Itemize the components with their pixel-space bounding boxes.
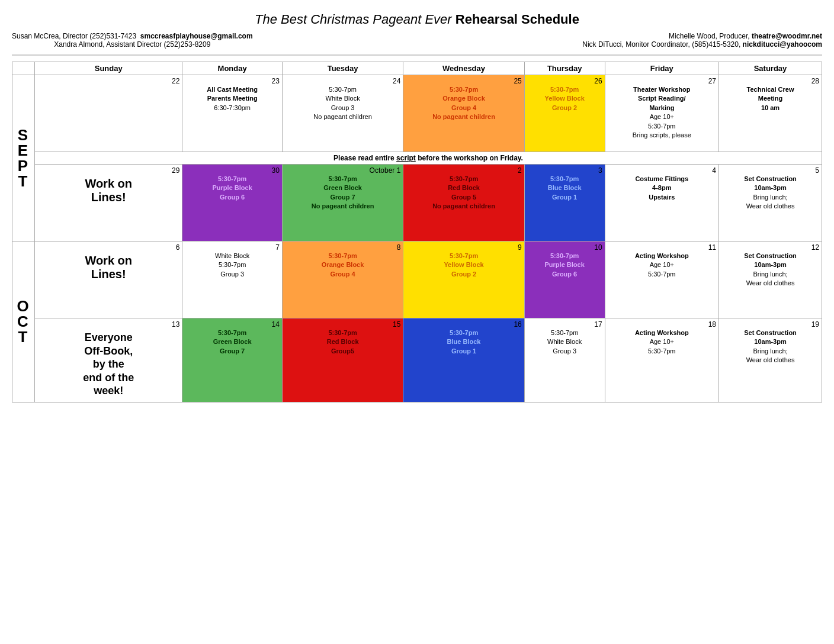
contacts-left: Susan McCrea, Director (252)531-7423 smc… bbox=[12, 32, 253, 49]
cell-sept-24: 24 5:30-7pmWhite BlockGroup 3No pageant … bbox=[282, 75, 403, 152]
contact-michelle: Michelle Wood, Producer, theatre@woodmr.… bbox=[582, 32, 822, 40]
oct-week1-row: OCT 6 Work onLines! 7 White Block5:30-7p… bbox=[12, 242, 822, 318]
cell-sept-26: 26 5:30-7pmYellow BlockGroup 2 bbox=[524, 75, 605, 152]
cell-oct-3: 3 5:30-7pmBlue BlockGroup 1 bbox=[524, 165, 605, 242]
header-friday: Friday bbox=[605, 62, 718, 75]
cell-oct-15: 15 5:30-7pmRed BlockGroup5 bbox=[282, 318, 403, 402]
sept-week1-row: SEPT 22 23 All Cast MeetingParents Meeti… bbox=[12, 75, 822, 152]
sept-week2-row: 29 Work onLines! 30 5:30-7pmPurple Block… bbox=[12, 165, 822, 242]
cell-oct-17: 17 5:30-7pmWhite BlockGroup 3 bbox=[524, 318, 605, 402]
cell-oct-9: 9 5:30-7pmYellow BlockGroup 2 bbox=[403, 242, 524, 318]
cell-sept-30: 30 5:30-7pmPurple BlockGroup 6 bbox=[182, 165, 282, 242]
header-tuesday: Tuesday bbox=[282, 62, 403, 75]
header-thursday: Thursday bbox=[524, 62, 605, 75]
oct-week2-row: 13 EveryoneOff-Book,by theend of theweek… bbox=[12, 318, 822, 402]
page-title: The Best Christmas Pageant Ever Rehearsa… bbox=[12, 12, 822, 27]
cell-oct-4: 4 Costume Fittings4-8pmUpstairs bbox=[605, 165, 718, 242]
contacts-right: Michelle Wood, Producer, theatre@woodmr.… bbox=[582, 32, 822, 49]
cell-oct-8: 8 5:30-7pmOrange BlockGroup 4 bbox=[282, 242, 403, 318]
cell-oct-2: 2 5:30-7pmRed BlockGroup 5No pageant chi… bbox=[403, 165, 524, 242]
day-headers-row: Sunday Monday Tuesday Wednesday Thursday… bbox=[12, 62, 822, 75]
title-italic: The Best Christmas Pageant Ever bbox=[255, 12, 452, 27]
header-wednesday: Wednesday bbox=[403, 62, 524, 75]
header-monday: Monday bbox=[182, 62, 282, 75]
cell-sept-25: 25 5:30-7pmOrange BlockGroup 4No pageant… bbox=[403, 75, 524, 152]
contact-xandra: Xandra Almond, Assistant Director (252)2… bbox=[12, 40, 253, 49]
header-sunday: Sunday bbox=[35, 62, 182, 75]
cell-oct-6: 6 Work onLines! bbox=[35, 242, 182, 318]
page-header: The Best Christmas Pageant Ever Rehearsa… bbox=[12, 12, 822, 56]
cell-sept-22: 22 bbox=[35, 75, 182, 152]
cell-sept-27: 27 Theater WorkshopScript Reading/Markin… bbox=[605, 75, 718, 152]
cell-oct-7: 7 White Block5:30-7pmGroup 3 bbox=[182, 242, 282, 318]
contact-susan: Susan McCrea, Director (252)531-7423 smc… bbox=[12, 32, 253, 40]
cell-oct-16: 16 5:30-7pmBlue BlockGroup 1 bbox=[403, 318, 524, 402]
calendar-table: Sunday Monday Tuesday Wednesday Thursday… bbox=[12, 62, 822, 402]
contact-nick: Nick DiTucci, Monitor Coordinator, (585)… bbox=[582, 40, 822, 49]
cell-oct-13: 13 EveryoneOff-Book,by theend of theweek… bbox=[35, 318, 182, 402]
cell-oct-14: 14 5:30-7pmGreen BlockGroup 7 bbox=[182, 318, 282, 402]
oct-label: OCT bbox=[12, 242, 35, 402]
cell-oct-11: 11 Acting WorkshopAge 10+5:30-7pm bbox=[605, 242, 718, 318]
contacts-section: Susan McCrea, Director (252)531-7423 smc… bbox=[12, 31, 822, 50]
notice-cell-sept: Please read entire script before the wor… bbox=[35, 152, 822, 165]
label-header bbox=[12, 62, 35, 75]
cell-sept-23: 23 All Cast MeetingParents Meeting6:30-7… bbox=[182, 75, 282, 152]
sept-label: SEPT bbox=[12, 75, 35, 242]
header-saturday: Saturday bbox=[719, 62, 822, 75]
notice-row-sept: Please read entire script before the wor… bbox=[12, 152, 822, 165]
cell-sept-29: 29 Work onLines! bbox=[35, 165, 182, 242]
cell-oct-18: 18 Acting WorkshopAge 10+5:30-7pm bbox=[605, 318, 718, 402]
cell-oct-1: October 1 5:30-7pmGreen BlockGroup 7No p… bbox=[282, 165, 403, 242]
cell-oct-5: 5 Set Construction10am-3pmBring lunch;We… bbox=[719, 165, 822, 242]
title-bold: Rehearsal Schedule bbox=[456, 12, 579, 27]
cell-sept-28: 28 Technical CrewMeeting10 am bbox=[719, 75, 822, 152]
cell-oct-10: 10 5:30-7pmPurple BlockGroup 6 bbox=[524, 242, 605, 318]
cell-oct-19: 19 Set Construction10am-3pmBring lunch;W… bbox=[719, 318, 822, 402]
cell-oct-12: 12 Set Construction10am-3pmBring lunch;W… bbox=[719, 242, 822, 318]
